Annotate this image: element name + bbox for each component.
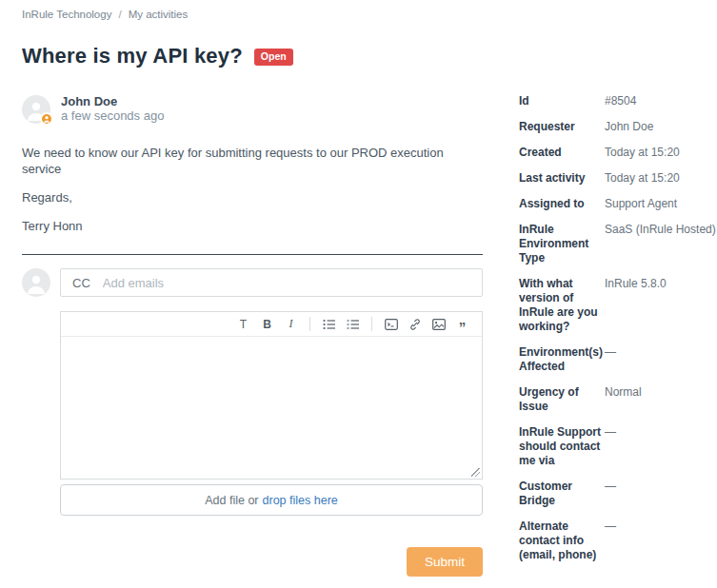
- comment-paragraph: Regards,: [22, 189, 483, 206]
- field-label: InRule Support should contact me via: [519, 425, 605, 468]
- comment-author-name: John Doe: [61, 94, 164, 108]
- ticket-field-assigned-to: Assigned to Support Agent: [519, 197, 717, 211]
- presence-badge-icon: [40, 112, 53, 126]
- ticket-field-contact-via: InRule Support should contact me via —: [519, 425, 717, 468]
- field-value: #8504: [605, 94, 717, 108]
- cc-label: CC: [72, 276, 90, 290]
- image-icon[interactable]: [428, 315, 448, 334]
- page-title: Where is my API key?: [22, 44, 243, 69]
- ticket-field-environment-type: InRule Environment Type SaaS (InRule Hos…: [519, 223, 717, 265]
- code-block-icon[interactable]: [381, 315, 401, 334]
- toolbar-divider: [309, 317, 310, 331]
- bold-icon[interactable]: B: [257, 315, 277, 334]
- field-label: Urgency of Issue: [519, 385, 605, 414]
- comment-divider: [22, 254, 483, 255]
- breadcrumb: InRule Technology / My activities: [22, 9, 717, 20]
- editor-toolbar: T B I: [61, 312, 482, 337]
- ticket-field-alternate-contact: Alternate contact info (email, phone) —: [519, 519, 717, 562]
- submit-button[interactable]: Submit: [407, 547, 483, 577]
- field-label: Last activity: [519, 171, 605, 186]
- field-label: Id: [519, 94, 605, 108]
- comment-timestamp: a few seconds ago: [61, 108, 164, 124]
- toolbar-divider: [371, 317, 372, 331]
- field-value: InRule 5.8.0: [605, 277, 717, 334]
- text-format-icon[interactable]: T: [233, 315, 253, 334]
- breadcrumb-link-org[interactable]: InRule Technology: [22, 9, 111, 20]
- ticket-field-last-activity: Last activity Today at 15:20: [519, 171, 717, 186]
- link-icon[interactable]: [405, 315, 425, 334]
- field-value: Normal: [605, 385, 717, 414]
- submit-row: Submit: [22, 547, 483, 577]
- attachment-row: Add file or drop files here: [22, 484, 483, 516]
- field-value: Today at 15:20: [605, 171, 717, 186]
- avatar: [22, 95, 50, 124]
- field-value: —: [605, 345, 717, 374]
- field-label: Requester: [519, 120, 605, 134]
- cc-field[interactable]: CC: [60, 268, 483, 297]
- field-label: Created: [519, 146, 605, 160]
- breadcrumb-separator: /: [118, 9, 121, 20]
- field-value: Support Agent: [605, 197, 717, 211]
- italic-icon[interactable]: I: [281, 315, 301, 334]
- reply-textarea[interactable]: [61, 337, 482, 479]
- cc-row: CC: [22, 268, 483, 297]
- field-label: InRule Environment Type: [519, 223, 605, 265]
- field-label: Environment(s) Affected: [519, 345, 605, 374]
- ticket-field-id: Id #8504: [519, 94, 717, 108]
- comment-body: We need to know our API key for submitti…: [22, 145, 483, 234]
- editor-gutter: [22, 311, 60, 480]
- reply-editor-row: T B I: [22, 311, 483, 480]
- field-value: —: [605, 519, 717, 562]
- field-label: Assigned to: [519, 197, 605, 211]
- status-badge: Open: [254, 49, 293, 66]
- ticket-field-customer-bridge: Customer Bridge —: [519, 480, 717, 508]
- ticket-field-inrule-version: With what version of InRule are you work…: [519, 277, 717, 334]
- editor-body: [61, 337, 482, 479]
- rich-text-editor[interactable]: T B I: [60, 311, 483, 480]
- unordered-list-icon[interactable]: [319, 315, 339, 334]
- quote-icon[interactable]: ”: [452, 318, 472, 337]
- dropzone-text: Add file or: [205, 494, 258, 507]
- field-label: With what version of InRule are you work…: [519, 277, 605, 334]
- comment-paragraph: We need to know our API key for submitti…: [22, 145, 483, 177]
- dropzone-browse-link[interactable]: drop files here: [263, 494, 338, 507]
- ticket-field-environments-affected: Environment(s) Affected —: [519, 345, 717, 374]
- ticket-page: InRule Technology / My activities Where …: [0, 0, 717, 577]
- ticket-main-column: John Doe a few seconds ago We need to kn…: [22, 69, 483, 577]
- field-label: Alternate contact info (email, phone): [519, 519, 605, 562]
- ticket-details-sidebar: Id #8504 Requester John Doe Created Toda…: [519, 69, 717, 562]
- ticket-field-urgency: Urgency of Issue Normal: [519, 385, 717, 414]
- breadcrumb-link-my-activities[interactable]: My activities: [129, 9, 189, 20]
- field-value: Today at 15:20: [605, 146, 717, 160]
- field-value: —: [605, 480, 717, 508]
- resize-handle-icon[interactable]: [471, 468, 480, 477]
- ticket-field-created: Created Today at 15:20: [519, 146, 717, 160]
- title-row: Where is my API key? Open: [22, 44, 717, 69]
- user-avatar-icon: [22, 268, 50, 297]
- comment-paragraph: Terry Honn: [22, 218, 483, 234]
- cc-emails-input[interactable]: [103, 276, 470, 290]
- file-dropzone[interactable]: Add file or drop files here: [60, 484, 483, 516]
- reply-avatar: [22, 268, 50, 297]
- field-label: Customer Bridge: [519, 480, 605, 508]
- field-value: John Doe: [605, 120, 717, 134]
- comment-author-block: John Doe a few seconds ago: [61, 94, 164, 124]
- ordered-list-icon[interactable]: [343, 315, 363, 334]
- comment-header: John Doe a few seconds ago: [22, 94, 483, 124]
- field-value: —: [605, 425, 717, 468]
- attachment-gutter: [22, 484, 60, 516]
- field-value: SaaS (InRule Hosted): [605, 223, 717, 265]
- ticket-field-requester: Requester John Doe: [519, 120, 717, 134]
